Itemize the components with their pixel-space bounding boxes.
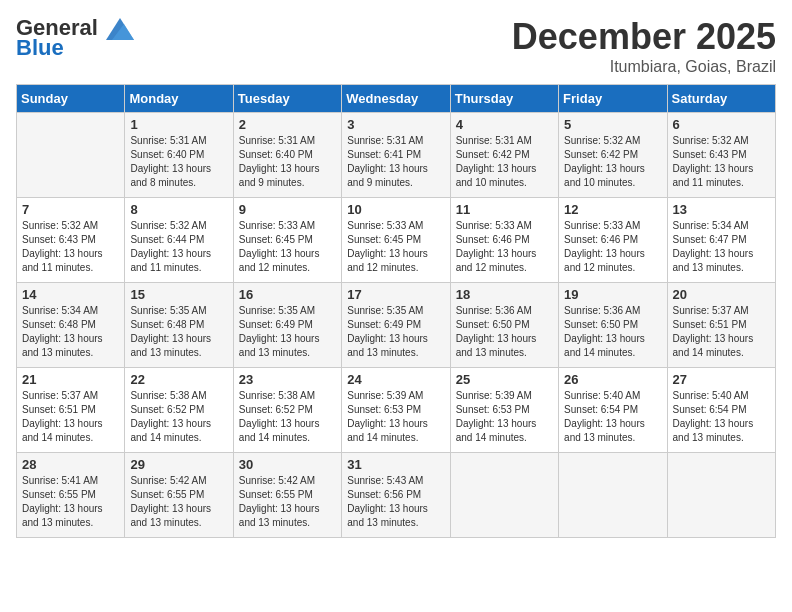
day-info: Sunrise: 5:33 AMSunset: 6:45 PMDaylight:… <box>239 219 336 275</box>
day-number: 10 <box>347 202 444 217</box>
calendar-cell: 16 Sunrise: 5:35 AMSunset: 6:49 PMDaylig… <box>233 283 341 368</box>
day-info: Sunrise: 5:42 AMSunset: 6:55 PMDaylight:… <box>239 474 336 530</box>
calendar-cell: 13 Sunrise: 5:34 AMSunset: 6:47 PMDaylig… <box>667 198 775 283</box>
day-info: Sunrise: 5:35 AMSunset: 6:48 PMDaylight:… <box>130 304 227 360</box>
calendar-cell: 7 Sunrise: 5:32 AMSunset: 6:43 PMDayligh… <box>17 198 125 283</box>
calendar-cell: 1 Sunrise: 5:31 AMSunset: 6:40 PMDayligh… <box>125 113 233 198</box>
day-info: Sunrise: 5:35 AMSunset: 6:49 PMDaylight:… <box>347 304 444 360</box>
day-number: 15 <box>130 287 227 302</box>
calendar-cell: 15 Sunrise: 5:35 AMSunset: 6:48 PMDaylig… <box>125 283 233 368</box>
calendar-cell: 6 Sunrise: 5:32 AMSunset: 6:43 PMDayligh… <box>667 113 775 198</box>
day-number: 25 <box>456 372 553 387</box>
day-info: Sunrise: 5:35 AMSunset: 6:49 PMDaylight:… <box>239 304 336 360</box>
day-info: Sunrise: 5:42 AMSunset: 6:55 PMDaylight:… <box>130 474 227 530</box>
day-number: 28 <box>22 457 119 472</box>
day-info: Sunrise: 5:43 AMSunset: 6:56 PMDaylight:… <box>347 474 444 530</box>
title-block: December 2025 Itumbiara, Goias, Brazil <box>512 16 776 76</box>
header-wednesday: Wednesday <box>342 85 450 113</box>
day-info: Sunrise: 5:37 AMSunset: 6:51 PMDaylight:… <box>22 389 119 445</box>
calendar-cell: 27 Sunrise: 5:40 AMSunset: 6:54 PMDaylig… <box>667 368 775 453</box>
header-monday: Monday <box>125 85 233 113</box>
calendar-cell: 30 Sunrise: 5:42 AMSunset: 6:55 PMDaylig… <box>233 453 341 538</box>
day-number: 23 <box>239 372 336 387</box>
day-info: Sunrise: 5:39 AMSunset: 6:53 PMDaylight:… <box>347 389 444 445</box>
day-number: 20 <box>673 287 770 302</box>
calendar-cell: 3 Sunrise: 5:31 AMSunset: 6:41 PMDayligh… <box>342 113 450 198</box>
calendar-cell: 2 Sunrise: 5:31 AMSunset: 6:40 PMDayligh… <box>233 113 341 198</box>
calendar-week-row: 14 Sunrise: 5:34 AMSunset: 6:48 PMDaylig… <box>17 283 776 368</box>
day-number: 13 <box>673 202 770 217</box>
day-info: Sunrise: 5:32 AMSunset: 6:42 PMDaylight:… <box>564 134 661 190</box>
day-number: 2 <box>239 117 336 132</box>
day-info: Sunrise: 5:31 AMSunset: 6:41 PMDaylight:… <box>347 134 444 190</box>
day-number: 24 <box>347 372 444 387</box>
day-info: Sunrise: 5:32 AMSunset: 6:43 PMDaylight:… <box>22 219 119 275</box>
day-info: Sunrise: 5:38 AMSunset: 6:52 PMDaylight:… <box>239 389 336 445</box>
day-number: 1 <box>130 117 227 132</box>
day-number: 19 <box>564 287 661 302</box>
calendar-cell <box>450 453 558 538</box>
calendar-cell <box>17 113 125 198</box>
day-number: 9 <box>239 202 336 217</box>
calendar-cell: 28 Sunrise: 5:41 AMSunset: 6:55 PMDaylig… <box>17 453 125 538</box>
calendar-cell: 4 Sunrise: 5:31 AMSunset: 6:42 PMDayligh… <box>450 113 558 198</box>
day-number: 8 <box>130 202 227 217</box>
calendar-week-row: 21 Sunrise: 5:37 AMSunset: 6:51 PMDaylig… <box>17 368 776 453</box>
day-info: Sunrise: 5:31 AMSunset: 6:42 PMDaylight:… <box>456 134 553 190</box>
header-thursday: Thursday <box>450 85 558 113</box>
calendar-cell <box>667 453 775 538</box>
calendar-cell: 9 Sunrise: 5:33 AMSunset: 6:45 PMDayligh… <box>233 198 341 283</box>
calendar-cell: 31 Sunrise: 5:43 AMSunset: 6:56 PMDaylig… <box>342 453 450 538</box>
day-info: Sunrise: 5:40 AMSunset: 6:54 PMDaylight:… <box>564 389 661 445</box>
day-number: 12 <box>564 202 661 217</box>
location: Itumbiara, Goias, Brazil <box>512 58 776 76</box>
calendar-cell: 12 Sunrise: 5:33 AMSunset: 6:46 PMDaylig… <box>559 198 667 283</box>
page-header: General Blue December 2025 Itumbiara, Go… <box>16 16 776 76</box>
day-info: Sunrise: 5:33 AMSunset: 6:45 PMDaylight:… <box>347 219 444 275</box>
day-info: Sunrise: 5:32 AMSunset: 6:43 PMDaylight:… <box>673 134 770 190</box>
calendar-cell: 23 Sunrise: 5:38 AMSunset: 6:52 PMDaylig… <box>233 368 341 453</box>
day-info: Sunrise: 5:41 AMSunset: 6:55 PMDaylight:… <box>22 474 119 530</box>
day-number: 21 <box>22 372 119 387</box>
day-info: Sunrise: 5:38 AMSunset: 6:52 PMDaylight:… <box>130 389 227 445</box>
calendar-cell: 18 Sunrise: 5:36 AMSunset: 6:50 PMDaylig… <box>450 283 558 368</box>
header-saturday: Saturday <box>667 85 775 113</box>
calendar-week-row: 7 Sunrise: 5:32 AMSunset: 6:43 PMDayligh… <box>17 198 776 283</box>
header-friday: Friday <box>559 85 667 113</box>
calendar-cell <box>559 453 667 538</box>
calendar-cell: 19 Sunrise: 5:36 AMSunset: 6:50 PMDaylig… <box>559 283 667 368</box>
header-sunday: Sunday <box>17 85 125 113</box>
calendar-cell: 25 Sunrise: 5:39 AMSunset: 6:53 PMDaylig… <box>450 368 558 453</box>
calendar-cell: 14 Sunrise: 5:34 AMSunset: 6:48 PMDaylig… <box>17 283 125 368</box>
day-info: Sunrise: 5:34 AMSunset: 6:48 PMDaylight:… <box>22 304 119 360</box>
calendar-table: SundayMondayTuesdayWednesdayThursdayFrid… <box>16 84 776 538</box>
calendar-cell: 20 Sunrise: 5:37 AMSunset: 6:51 PMDaylig… <box>667 283 775 368</box>
calendar-cell: 17 Sunrise: 5:35 AMSunset: 6:49 PMDaylig… <box>342 283 450 368</box>
calendar-week-row: 28 Sunrise: 5:41 AMSunset: 6:55 PMDaylig… <box>17 453 776 538</box>
calendar-cell: 22 Sunrise: 5:38 AMSunset: 6:52 PMDaylig… <box>125 368 233 453</box>
day-number: 18 <box>456 287 553 302</box>
calendar-cell: 8 Sunrise: 5:32 AMSunset: 6:44 PMDayligh… <box>125 198 233 283</box>
calendar-cell: 5 Sunrise: 5:32 AMSunset: 6:42 PMDayligh… <box>559 113 667 198</box>
day-number: 27 <box>673 372 770 387</box>
calendar-cell: 24 Sunrise: 5:39 AMSunset: 6:53 PMDaylig… <box>342 368 450 453</box>
calendar-header-row: SundayMondayTuesdayWednesdayThursdayFrid… <box>17 85 776 113</box>
day-number: 17 <box>347 287 444 302</box>
day-number: 22 <box>130 372 227 387</box>
day-number: 16 <box>239 287 336 302</box>
day-number: 31 <box>347 457 444 472</box>
day-number: 29 <box>130 457 227 472</box>
calendar-cell: 26 Sunrise: 5:40 AMSunset: 6:54 PMDaylig… <box>559 368 667 453</box>
day-number: 5 <box>564 117 661 132</box>
day-info: Sunrise: 5:33 AMSunset: 6:46 PMDaylight:… <box>564 219 661 275</box>
day-info: Sunrise: 5:33 AMSunset: 6:46 PMDaylight:… <box>456 219 553 275</box>
day-number: 7 <box>22 202 119 217</box>
day-info: Sunrise: 5:36 AMSunset: 6:50 PMDaylight:… <box>564 304 661 360</box>
day-number: 3 <box>347 117 444 132</box>
day-number: 14 <box>22 287 119 302</box>
day-number: 6 <box>673 117 770 132</box>
day-info: Sunrise: 5:31 AMSunset: 6:40 PMDaylight:… <box>239 134 336 190</box>
month-title: December 2025 <box>512 16 776 58</box>
day-number: 30 <box>239 457 336 472</box>
calendar-cell: 11 Sunrise: 5:33 AMSunset: 6:46 PMDaylig… <box>450 198 558 283</box>
